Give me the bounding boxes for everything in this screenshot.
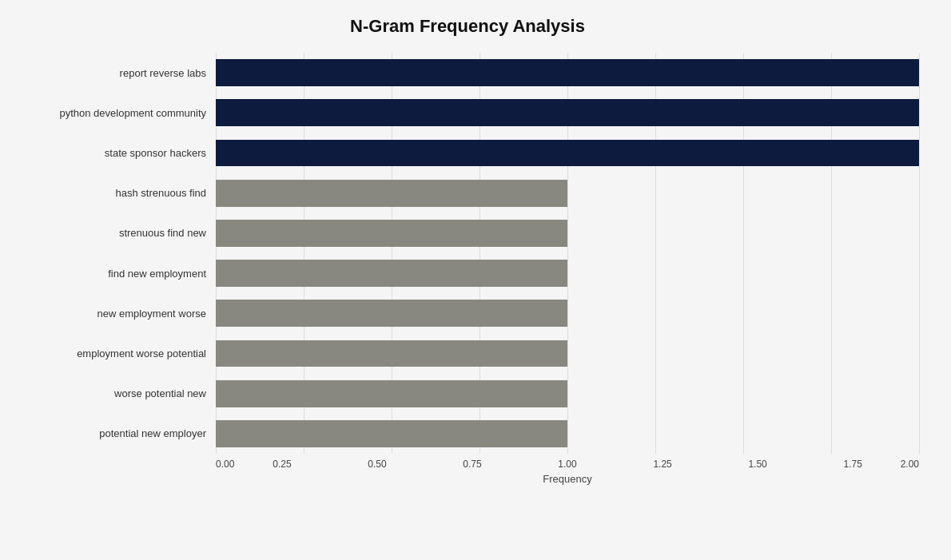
bar-row: report reverse labs [16, 53, 919, 93]
bar-row: strenuous find new [16, 213, 919, 253]
x-tick: 0.25 [234, 459, 329, 470]
bar-track [216, 253, 919, 293]
grid-line [919, 213, 920, 253]
bar-row: python development community [16, 93, 919, 133]
bar-track [216, 414, 919, 454]
grid-line [655, 213, 656, 253]
bar-row: state sponsor hackers [16, 133, 919, 173]
grid-line [919, 253, 920, 293]
bars-section: report reverse labspython development co… [16, 53, 919, 454]
bar-label: report reverse labs [16, 67, 216, 79]
grid-line [567, 173, 568, 213]
grid-line [567, 414, 568, 454]
bar-label: strenuous find new [16, 227, 216, 239]
bar-row: worse potential new [16, 374, 919, 414]
grid-line [831, 293, 832, 333]
grid-line [655, 293, 656, 333]
grid-line [919, 93, 920, 133]
grid-line [919, 173, 920, 213]
bar-label: worse potential new [16, 387, 216, 399]
grid-line [655, 173, 656, 213]
bar-track [216, 93, 919, 133]
bar-row: find new employment [16, 253, 919, 293]
bar-row: potential new employer [16, 414, 919, 454]
bar-fill [216, 420, 567, 447]
bar-label: find new employment [16, 268, 216, 280]
bar-label: state sponsor hackers [16, 147, 216, 159]
grid-line [919, 414, 920, 454]
grid-line [743, 293, 744, 333]
bar-track [216, 333, 919, 373]
grid-line [567, 213, 568, 253]
chart-area: report reverse labspython development co… [16, 53, 919, 485]
grid-line [831, 213, 832, 253]
grid-line [743, 414, 744, 454]
grid-line [919, 293, 920, 333]
bar-track [216, 293, 919, 333]
x-tick: 0.75 [424, 459, 519, 470]
grid-line [655, 414, 656, 454]
grid-line [743, 173, 744, 213]
chart-container: N-Gram Frequency Analysis report reverse… [0, 0, 951, 560]
x-axis-label: Frequency [216, 473, 919, 485]
bar-row: new employment worse [16, 293, 919, 333]
bar-fill [216, 260, 567, 287]
grid-line [919, 374, 920, 414]
grid-line [655, 253, 656, 293]
x-tick: 1.00 [520, 459, 615, 470]
bar-label: employment worse potential [16, 348, 216, 359]
bar-fill [216, 340, 567, 367]
bar-track [216, 374, 919, 414]
x-tick: 2.00 [901, 459, 919, 470]
grid-line [919, 133, 920, 173]
bar-label: new employment worse [16, 308, 216, 320]
x-tick: 1.75 [806, 459, 901, 470]
bar-label: python development community [16, 107, 216, 119]
bar-fill [216, 180, 567, 207]
grid-line [831, 414, 832, 454]
bar-fill [216, 220, 567, 247]
grid-line [743, 253, 744, 293]
bar-fill [216, 300, 567, 327]
bar-fill [216, 140, 919, 167]
bar-track [216, 53, 919, 93]
grid-line [743, 213, 744, 253]
x-tick: 0.50 [329, 459, 424, 470]
grid-line [831, 173, 832, 213]
bar-fill [216, 59, 919, 86]
bar-label: hash strenuous find [16, 187, 216, 199]
grid-line [743, 374, 744, 414]
bar-track [216, 213, 919, 253]
grid-line [919, 333, 920, 373]
bar-row: employment worse potential [16, 333, 919, 373]
x-tick: 1.50 [710, 459, 806, 470]
grid-line [743, 333, 744, 373]
bar-row: hash strenuous find [16, 173, 919, 213]
grid-line [567, 253, 568, 293]
x-tick: 1.25 [615, 459, 710, 470]
bar-track [216, 133, 919, 173]
grid-line [919, 53, 920, 93]
chart-title: N-Gram Frequency Analysis [16, 16, 919, 37]
x-axis: 0.000.250.500.751.001.251.501.752.00 [216, 459, 919, 470]
grid-line [831, 253, 832, 293]
bar-fill [216, 380, 567, 407]
grid-line [831, 374, 832, 414]
grid-line [567, 333, 568, 373]
bar-label: potential new employer [16, 427, 216, 439]
x-tick: 0.00 [216, 459, 234, 470]
grid-line [567, 374, 568, 414]
bar-fill [216, 99, 919, 126]
grid-line [831, 333, 832, 373]
grid-line [567, 293, 568, 333]
bar-track [216, 173, 919, 213]
grid-line [655, 374, 656, 414]
grid-line [655, 333, 656, 373]
